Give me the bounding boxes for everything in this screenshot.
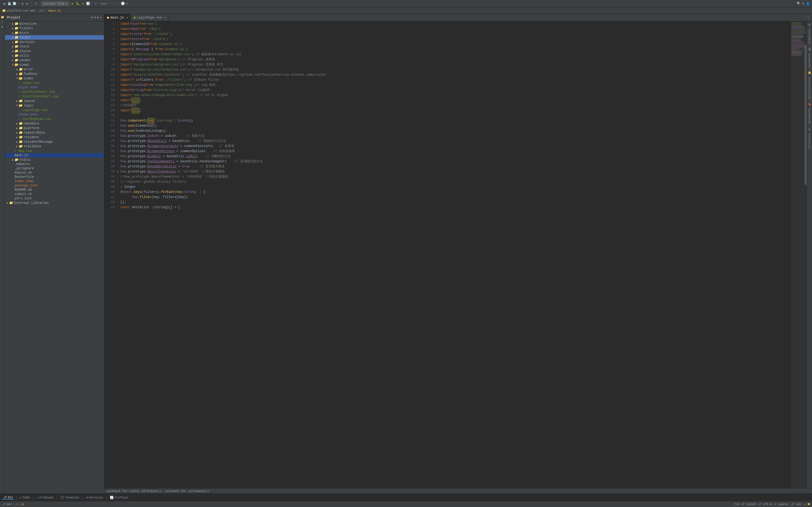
tree-item-residentmessage[interactable]: ▶ 📁 residentMessage (5, 139, 104, 144)
tab-loginpage-vue[interactable]: LoginPage.vue ✕ (131, 14, 169, 21)
refresh-icon[interactable]: ↺ (94, 2, 98, 6)
close-panel-icon[interactable]: ✕ (100, 15, 102, 19)
forward-icon[interactable]: ▶ (25, 2, 30, 6)
run-button[interactable]: ▶ (70, 2, 75, 6)
tree-item-store[interactable]: ▶ 📁 store (5, 44, 104, 49)
bottom-tab-problems[interactable]: ⚠ Problems (36, 496, 54, 499)
tree-item-directive[interactable]: ▶ 📁 directive (5, 21, 104, 26)
tree-item-deploy[interactable]: deploy.sh (5, 171, 104, 175)
git-stash-icon[interactable]: 🕐 (121, 2, 125, 6)
profile-button[interactable]: 📊 (86, 2, 90, 6)
tree-item-index-vue[interactable]: ✓ index.vue (5, 81, 104, 85)
database-label[interactable]: Database (808, 53, 811, 67)
debug-button[interactable]: 🐛 (76, 2, 80, 6)
tree-item-indexhtml[interactable]: index.html (5, 179, 104, 183)
breadcrumb-project-name[interactable]: platform-vue-web (7, 9, 36, 12)
git-push-icon[interactable]: ↑ (115, 2, 117, 6)
tree-item-services[interactable]: ▶ 📁 services (5, 40, 104, 44)
code-editor[interactable]: import Vue from 'vue'; import App from '… (118, 21, 791, 488)
tree-item-style-scss-index[interactable]: style.scss (5, 85, 104, 90)
structure-label[interactable]: Structure (808, 133, 811, 149)
tree-item-vendor[interactable]: ▶ 📁 vendor (5, 58, 104, 62)
tree-item-error[interactable]: ▶ 📁 error (5, 67, 104, 72)
tree-item-login[interactable]: ▼ 📂 login (5, 103, 104, 108)
tree-item-style-scss-login[interactable]: style.scss (5, 112, 104, 117)
tree-item-packagejson[interactable]: package.json (5, 183, 104, 188)
tree-item-submit[interactable]: submit.sh (5, 192, 104, 196)
git-pull-icon[interactable]: ↑ (118, 2, 120, 6)
tree-item-resident[interactable]: ▶ 📁 resident (5, 135, 104, 139)
tab-close-loginpagevue[interactable]: ✕ (164, 16, 166, 19)
tree-item-mixin[interactable]: ▶ 📁 mixin (5, 31, 104, 35)
vcs-icon[interactable]: ⎇ (33, 2, 37, 6)
notifications-icon[interactable]: 🔔 (807, 70, 812, 75)
tree-item-dockerfile[interactable]: Dockerfile (5, 175, 104, 179)
tree-item-static[interactable]: ▶ 📁 static (5, 158, 104, 162)
tab-label-loginpagevue: LoginPage.vue (137, 16, 162, 19)
bottom-tab-terminal[interactable]: ⬛ Terminal (59, 496, 80, 499)
bottom-tab-services[interactable]: ⚙ Services (85, 496, 104, 499)
settings-project-icon[interactable]: ⚙ (97, 15, 99, 19)
collapse-all-icon[interactable]: ⊟ (94, 15, 96, 19)
bottom-tab-git[interactable]: ⎇ Git (2, 496, 14, 500)
svg-rect-29 (791, 54, 800, 54)
bookmarks-label[interactable]: Bookmarks (808, 108, 811, 124)
tab-main-js[interactable]: main.js ✕ (104, 14, 131, 21)
endpoints-icon[interactable]: ⊞ (807, 22, 812, 27)
save-icon[interactable]: 💾 (7, 2, 11, 6)
status-warnings[interactable]: △ 8 (20, 502, 24, 506)
tab-close-mainjs[interactable]: ✕ (126, 16, 128, 19)
build-icon[interactable]: ▣ (2, 2, 6, 6)
tree-item-views[interactable]: ▼ 📂 views (5, 62, 104, 67)
settings-icon[interactable]: ⚙ (802, 2, 804, 6)
locate-file-icon[interactable]: ⊕ (91, 15, 93, 19)
tree-item-external-libraries[interactable]: ▶ 📁 External Libraries (5, 201, 104, 205)
project-icon[interactable]: 📁 (0, 15, 5, 19)
coverage-button[interactable]: ▣ (81, 2, 85, 6)
tree-item-styles[interactable]: ▶ 📁 styles (5, 49, 104, 53)
tree-item-layout[interactable]: ▶ 📁 layout (5, 99, 104, 103)
run-tool-icon[interactable]: ▶ (0, 25, 5, 29)
status-git-branch[interactable]: ⎇ dev (2, 502, 12, 506)
search-icon[interactable]: 🔍 (797, 2, 801, 6)
code-line-33: Vue.prototype.$isNull = baseUtils.isNull… (120, 154, 791, 159)
notifications-label[interactable]: Notifications (808, 76, 811, 99)
tree-item-router[interactable]: ▶ 📁 router (5, 35, 104, 40)
bottom-tab-todo[interactable]: ☑ TODO (19, 496, 31, 499)
tree-item-utils[interactable]: ▶ 📁 utils (5, 53, 104, 58)
tree-item-feedata[interactable]: ▶ 📁 feeData (5, 72, 104, 76)
tree-label-yarnlock: yarn.lock (14, 196, 32, 201)
tree-item-gitignore[interactable]: .gitignore (5, 166, 104, 171)
sync-icon[interactable]: 🔄 (12, 2, 17, 6)
tree-item-readme[interactable]: README.md (5, 188, 104, 192)
tree-item-yarnlock[interactable]: yarn.lock (5, 196, 104, 201)
tree-item-loginpage-vue[interactable]: ✓ LoginPage.vue (5, 108, 104, 112)
tab-more-options[interactable]: ⋮ (805, 15, 812, 19)
profile-user-icon[interactable]: 👤 (806, 2, 810, 6)
git-history-icon[interactable]: ↺ (126, 2, 128, 6)
tree-item-newsdata[interactable]: ▶ 📁 newsData (5, 121, 104, 126)
run-config-dropdown[interactable]: Current File ▾ (41, 1, 70, 6)
tree-item-appvue[interactable]: ✓ App.vue (5, 149, 104, 153)
tree-item-platform[interactable]: ▶ 📁 platform (5, 126, 104, 130)
tree-item-index[interactable]: ▼ 📂 index (5, 76, 104, 81)
tree-item-mainjs[interactable]: main.js (5, 153, 104, 158)
tab-dot-mainjs (107, 17, 109, 19)
status-errors[interactable]: ⚠ 9 (14, 502, 18, 506)
commit-icon[interactable]: ⬆ (0, 20, 5, 24)
endpoints-label[interactable]: Endpoints (808, 29, 811, 44)
tree-item-userrolechart[interactable]: ✓ UserRoleChart.vue (5, 90, 104, 94)
structure-icon[interactable]: ⊟ (807, 127, 812, 131)
tree-item-stalldata[interactable]: ▶ 📁 stallData (5, 144, 104, 149)
tree-item-visitcountchart[interactable]: ✓ VisitCountChart.vue (5, 94, 104, 99)
tree-item-babelrc[interactable]: .babelrc (5, 162, 104, 166)
back-icon[interactable]: ◀ (20, 2, 24, 6)
bookmarks-icon[interactable]: 🔖 (807, 102, 812, 107)
breadcrumb-src[interactable]: src (39, 9, 45, 12)
bottom-tab-profiler[interactable]: 📈 Profiler (109, 496, 130, 499)
tree-item-repairsdata[interactable]: ▶ 📁 repairsData (5, 130, 104, 135)
tree-item-filters[interactable]: ▶ 📁 filters (5, 26, 104, 31)
database-icon[interactable]: 🗄 (807, 48, 812, 52)
breadcrumb-file[interactable]: main.js (49, 9, 61, 12)
tree-item-userregview[interactable]: ✓ UserRegView.vue (5, 117, 104, 121)
